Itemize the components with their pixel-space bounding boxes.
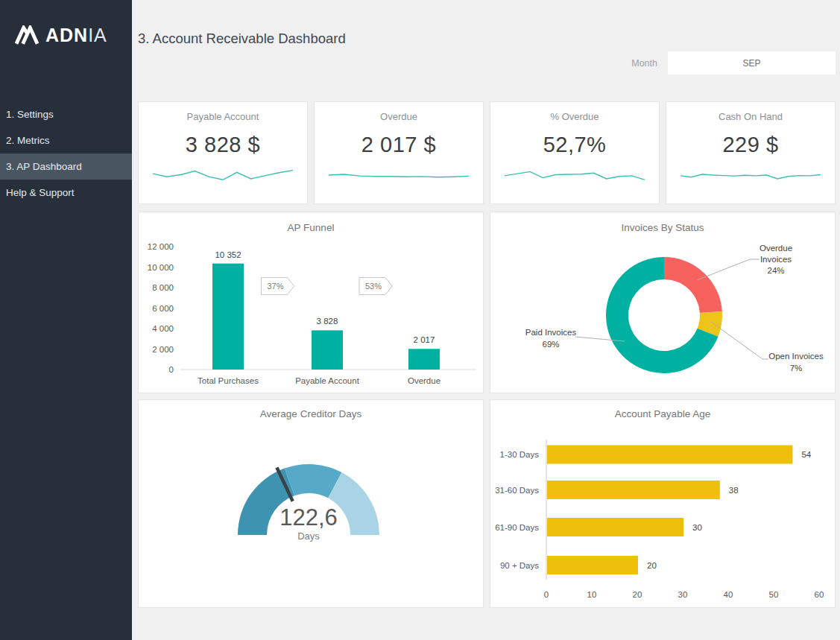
sidebar-item-ap-dashboard[interactable]: 3. AP Dashboard [0, 153, 132, 180]
logo-text-bold: ADN [45, 25, 88, 45]
sidebar: ADNIA 1. Settings 2. Metrics 3. AP Dashb… [0, 0, 132, 640]
kpi-value: 52,7% [490, 131, 659, 158]
chart-title: AP Funnel [139, 212, 483, 238]
svg-text:69%: 69% [542, 340, 559, 349]
kpi-card-cash-on-hand: Cash On Hand 229 $ [666, 101, 836, 204]
page-title: 3. Account Receivable Dashboard [138, 28, 836, 49]
ap-funnel-chart: 02 0004 0006 0008 00010 00012 00010 352T… [139, 238, 483, 393]
average-creditor-days-gauge: 122,6Days [139, 422, 483, 607]
svg-text:38: 38 [729, 486, 739, 495]
svg-text:0: 0 [544, 590, 549, 599]
sidebar-item-metrics[interactable]: 2. Metrics [0, 127, 132, 153]
svg-text:37%: 37% [267, 282, 283, 291]
account-payable-age-card: Account Payable Age 541-30 Days3831-60 D… [490, 399, 836, 608]
kpi-card-pct-overdue: % Overdue 52,7% [490, 101, 660, 204]
svg-text:60: 60 [815, 590, 824, 599]
kpi-card-overdue: Overdue 2 017 $ [314, 101, 484, 204]
funnel-bar [312, 330, 343, 370]
svg-text:53%: 53% [365, 282, 382, 291]
sidebar-item-settings[interactable]: 1. Settings [0, 101, 132, 127]
sparkline-path [153, 171, 293, 180]
sidebar-menu: 1. Settings 2. Metrics 3. AP Dashboard H… [0, 101, 132, 206]
svg-text:7%: 7% [790, 364, 803, 373]
svg-text:10: 10 [587, 590, 597, 599]
donut-slice [664, 257, 722, 313]
kpi-value: 229 $ [666, 131, 835, 158]
svg-text:Open Invoices: Open Invoices [768, 352, 824, 361]
month-row: Month SEP [138, 51, 836, 75]
svg-text:Days: Days [297, 530, 320, 542]
kpi-row: Payable Account 3 828 $ Overdue 2 017 $ … [138, 101, 836, 204]
svg-text:61-90 Days: 61-90 Days [495, 523, 539, 532]
svg-text:2 017: 2 017 [414, 335, 435, 344]
kpi-sparkline [327, 162, 470, 187]
funnel-bar [212, 264, 244, 370]
svg-text:Paid Invoices: Paid Invoices [525, 328, 577, 337]
svg-text:Overdue: Overdue [408, 376, 440, 385]
chart-title: Invoices By Status [490, 212, 835, 238]
svg-text:0: 0 [169, 365, 174, 374]
svg-text:50: 50 [769, 590, 779, 599]
svg-text:30: 30 [678, 590, 688, 599]
svg-text:4 000: 4 000 [152, 324, 174, 333]
svg-text:6 000: 6 000 [152, 304, 174, 313]
logo-text-light: IA [88, 25, 107, 45]
chart-title: Average Creditor Days [139, 400, 483, 422]
kpi-label: Overdue [315, 102, 483, 124]
kpi-sparkline [503, 162, 646, 187]
svg-text:24%: 24% [767, 266, 784, 275]
ap-funnel-card: AP Funnel 02 0004 0006 0008 00010 00012 … [138, 212, 484, 393]
svg-text:Payable Account: Payable Account [295, 376, 359, 385]
age-bar [547, 481, 720, 499]
svg-text:10 352: 10 352 [215, 250, 241, 259]
svg-text:122,6: 122,6 [280, 504, 338, 530]
kpi-sparkline [679, 162, 822, 187]
month-selector[interactable]: SEP [668, 51, 836, 75]
sparkline-path [505, 171, 645, 180]
svg-text:20: 20 [633, 590, 642, 599]
kpi-label: % Overdue [490, 102, 659, 124]
sidebar-item-help-support[interactable]: Help & Support [0, 180, 132, 206]
age-bar [547, 556, 638, 574]
main-content: 3. Account Receivable Dashboard Month SE… [132, 0, 840, 640]
svg-text:40: 40 [724, 590, 733, 599]
charts-grid: AP Funnel 02 0004 0006 0008 00010 00012 … [138, 212, 836, 608]
svg-text:Overdue: Overdue [760, 244, 792, 253]
adnia-logo-icon [15, 25, 40, 45]
sparkline-path [329, 174, 469, 177]
svg-text:90 + Days: 90 + Days [500, 561, 539, 570]
month-label: Month [631, 58, 657, 69]
svg-text:20: 20 [647, 561, 657, 570]
svg-text:2 000: 2 000 [152, 345, 174, 354]
kpi-label: Cash On Hand [666, 102, 835, 124]
svg-text:30: 30 [692, 523, 702, 532]
invoices-by-status-chart: OverdueInvoices24%Open Invoices7%Paid In… [490, 238, 835, 393]
svg-text:3 828: 3 828 [317, 317, 338, 326]
age-bar [547, 446, 792, 464]
svg-text:Total Purchases: Total Purchases [198, 376, 259, 385]
kpi-value: 2 017 $ [315, 131, 483, 158]
funnel-bar [408, 349, 440, 370]
kpi-sparkline [151, 162, 294, 187]
adnia-logo: ADNIA [0, 0, 132, 45]
kpi-value: 3 828 $ [139, 131, 307, 158]
svg-text:10 000: 10 000 [148, 263, 174, 272]
chart-title: Account Payable Age [490, 400, 835, 422]
svg-text:1-30 Days: 1-30 Days [500, 450, 540, 459]
kpi-label: Payable Account [139, 102, 307, 124]
svg-text:8 000: 8 000 [152, 283, 174, 292]
account-payable-age-chart: 541-30 Days3831-60 Days3061-90 Days2090 … [490, 422, 835, 607]
svg-text:31-60 Days: 31-60 Days [495, 486, 539, 495]
svg-text:54: 54 [801, 450, 811, 459]
kpi-card-payable-account: Payable Account 3 828 $ [138, 101, 308, 204]
sparkline-path [680, 174, 821, 179]
average-creditor-days-card: Average Creditor Days 122,6Days [138, 399, 484, 608]
age-bar [547, 518, 683, 536]
svg-text:12 000: 12 000 [148, 242, 174, 251]
svg-text:Invoices: Invoices [760, 255, 792, 264]
invoices-by-status-card: Invoices By Status OverdueInvoices24%Ope… [490, 212, 836, 393]
adnia-logo-text: ADNIA [45, 25, 107, 45]
